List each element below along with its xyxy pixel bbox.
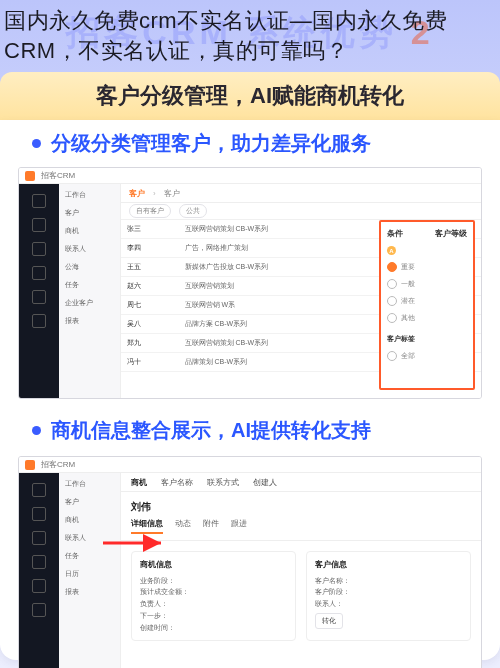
filter-row: 自有客户 公共 [121, 203, 481, 220]
filter-panel-highlight: 条件 客户等级 A 重要 一般 潜在 其他 客户标签 全部 [379, 220, 475, 390]
level-a-badge-icon: A [387, 246, 396, 255]
section-subtitle-band: 客户分级管理，AI赋能商机转化 [0, 72, 500, 120]
nav-icon[interactable] [32, 242, 46, 256]
card-line: 客户名称： [315, 575, 462, 587]
app-topbar: 招客CRM [19, 168, 481, 184]
card-line: 负责人： [140, 598, 287, 610]
article-title: 国内永久免费crm不实名认证—国内永久免费 CRM，不实名认证，真的可靠吗？ [0, 0, 500, 68]
column-header-row: 商机 客户名称 联系方式 创建人 [121, 473, 481, 492]
feature-bullet-1: 分级分类管理客户，助力差异化服务 [0, 120, 500, 165]
filter-option-label: 重要 [401, 262, 415, 272]
radio-icon [387, 296, 397, 306]
nav-icon[interactable] [32, 507, 46, 521]
opportunity-info-card: 商机信息 业务阶段： 预计成交金额： 负责人： 下一步： 创建时间： [131, 551, 296, 641]
nav-icon[interactable] [32, 194, 46, 208]
article-title-line2: CRM，不实名认证，真的可靠吗？ [4, 36, 496, 66]
cell-name: 冯十 [121, 353, 179, 372]
radio-icon [387, 279, 397, 289]
nav-icon[interactable] [32, 290, 46, 304]
col-customer-name: 客户名称 [161, 477, 193, 488]
filter-option[interactable]: 一般 [387, 279, 467, 289]
card-line: 业务阶段： [140, 575, 287, 587]
feature-bullet-1-text: 分级分类管理客户，助力差异化服务 [51, 130, 371, 157]
screenshot-customer-grading: 招客CRM 工作台 客户 商机 联系人 公海 任务 企业客户 报表 [18, 167, 482, 399]
content-card: 分级分类管理客户，助力差异化服务 招客CRM 工作台 客户 商机 联系人 公 [0, 120, 500, 660]
nav-icon[interactable] [32, 218, 46, 232]
level-a-row[interactable]: A [387, 246, 467, 255]
subnav-item[interactable]: 联系人 [65, 244, 114, 254]
filter-option[interactable]: 潜在 [387, 296, 467, 306]
subnav-item[interactable]: 商机 [65, 515, 114, 525]
nav-icon[interactable] [32, 314, 46, 328]
bullet-dot-icon [32, 139, 41, 148]
subnav-item[interactable]: 报表 [65, 587, 114, 597]
opportunity-customer-name: 刘伟 [121, 492, 481, 518]
radio-icon [387, 351, 397, 361]
breadcrumb: 客户 › 客户 [121, 184, 481, 203]
cell-name: 张三 [121, 220, 179, 239]
card-line: 预计成交金额： [140, 586, 287, 598]
subnav-item[interactable]: 工作台 [65, 479, 114, 489]
callout-arrow-icon [101, 533, 171, 553]
tab-activity[interactable]: 动态 [175, 518, 191, 534]
app-topbar: 招客CRM [19, 457, 481, 473]
filter-option-label: 一般 [401, 279, 415, 289]
breadcrumb-customer[interactable]: 客户 [129, 188, 145, 199]
screenshot-opportunity-detail: 招客CRM 工作台 客户 商机 联系人 任务 日历 报表 [18, 456, 482, 668]
cell-name: 李四 [121, 239, 179, 258]
filter-common[interactable]: 公共 [179, 204, 207, 218]
detail-cards: 商机信息 业务阶段： 预计成交金额： 负责人： 下一步： 创建时间： 客户信息 … [121, 541, 481, 651]
subnav-item[interactable]: 报表 [65, 316, 114, 326]
cell-desc: 新媒体广告投放 CB-W系列 [179, 258, 391, 277]
subnav-item[interactable]: 企业客户 [65, 298, 114, 308]
tab-attachment[interactable]: 附件 [203, 518, 219, 534]
customer-info-card: 客户信息 客户名称： 客户阶段： 联系人： 转化 [306, 551, 471, 641]
panel-title-left: 条件 [387, 228, 403, 239]
panel-title-right: 客户等级 [435, 228, 467, 239]
nav-icon[interactable] [32, 603, 46, 617]
tab-opportunity[interactable]: 商机 [131, 477, 147, 488]
brand-logo-icon [25, 171, 35, 181]
tag-option-label: 全部 [401, 351, 415, 361]
feature-bullet-2-text: 商机信息整合展示，AI提供转化支持 [51, 417, 371, 444]
subnav-item[interactable]: 客户 [65, 497, 114, 507]
customer-table-area: 客户 › 客户 自有客户 公共 张三互联网营销策划 CB-W系列186-****… [121, 184, 481, 398]
filter-self[interactable]: 自有客户 [129, 204, 171, 218]
nav-icon[interactable] [32, 531, 46, 545]
tag-section-label: 客户标签 [387, 334, 467, 344]
cell-desc: 互联网营销 W系 [179, 296, 391, 315]
tab-detail[interactable]: 详细信息 [131, 518, 163, 534]
card-line: 联系人： [315, 598, 462, 610]
nav-icon[interactable] [32, 555, 46, 569]
convert-button[interactable]: 转化 [315, 613, 343, 629]
secondary-subnav: 工作台 客户 商机 联系人 任务 日历 报表 [59, 473, 121, 668]
nav-icon[interactable] [32, 483, 46, 497]
tag-option[interactable]: 全部 [387, 351, 467, 361]
secondary-subnav: 工作台 客户 商机 联系人 公海 任务 企业客户 报表 [59, 184, 121, 398]
page-root: 招客CRM 系统优势 2 国内永久免费crm不实名认证—国内永久免费 CRM，不… [0, 0, 500, 668]
filter-option[interactable]: 重要 [387, 262, 467, 272]
subnav-item[interactable]: 商机 [65, 226, 114, 236]
breadcrumb-sub: 客户 [164, 188, 180, 199]
nav-icon[interactable] [32, 579, 46, 593]
cell-desc: 品牌策划 CB-W系列 [179, 353, 391, 372]
cell-desc: 互联网营销策划 CB-W系列 [179, 220, 391, 239]
radio-icon [387, 262, 397, 272]
subnav-item[interactable]: 客户 [65, 208, 114, 218]
cell-name: 赵六 [121, 277, 179, 296]
brand-name: 招客CRM [41, 170, 75, 181]
opportunity-stage: 商机 客户名称 联系方式 创建人 刘伟 详细信息 动态 附件 跟进 商机信息 业… [121, 473, 481, 668]
cell-desc: 广告，网络推广策划 [179, 239, 391, 258]
filter-option[interactable]: 其他 [387, 313, 467, 323]
nav-icon[interactable] [32, 266, 46, 280]
filter-panel-title: 条件 客户等级 [387, 228, 467, 239]
cell-desc: 互联网营销策划 [179, 277, 391, 296]
filter-option-label: 潜在 [401, 296, 415, 306]
subnav-item[interactable]: 公海 [65, 262, 114, 272]
filter-option-label: 其他 [401, 313, 415, 323]
subnav-item[interactable]: 工作台 [65, 190, 114, 200]
subnav-item[interactable]: 日历 [65, 569, 114, 579]
card-title: 商机信息 [140, 558, 287, 572]
subnav-item[interactable]: 任务 [65, 280, 114, 290]
tab-followup[interactable]: 跟进 [231, 518, 247, 534]
